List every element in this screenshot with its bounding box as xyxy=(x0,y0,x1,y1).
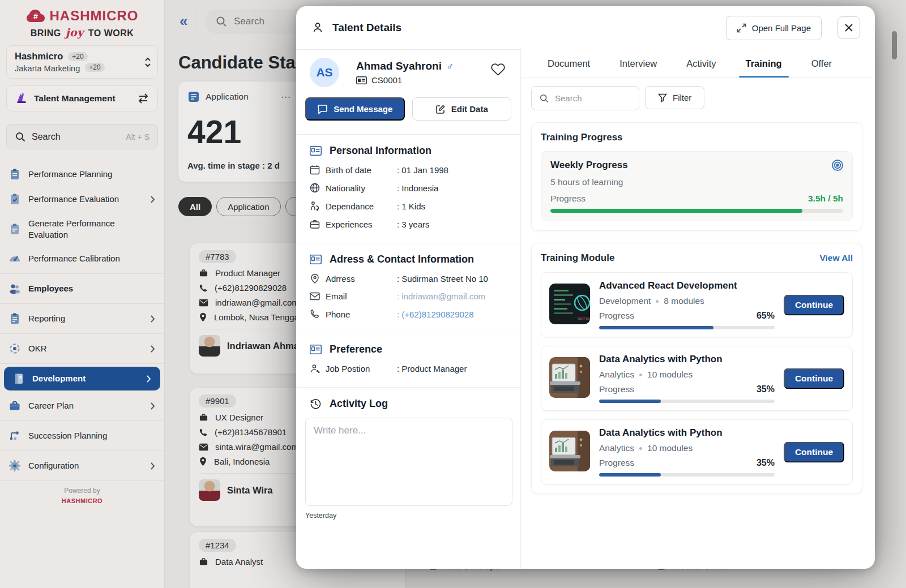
course-card: NEXT LVL Advanced React Development Deve… xyxy=(541,272,853,337)
sidebar-item-performance-calibration[interactable]: Performance Calibration xyxy=(0,246,164,271)
tab-document[interactable]: Document xyxy=(548,50,590,78)
sidebar-nav: Performance Planning Performance Evaluat… xyxy=(0,162,164,481)
org-branch-badge: +20 xyxy=(85,63,104,72)
brand-logo: # HASHMICRO BRING joy TO WORK xyxy=(0,8,164,38)
briefcase-icon xyxy=(199,268,208,278)
funnel-icon xyxy=(658,93,667,102)
history-clock-icon xyxy=(310,398,322,410)
employee-id: CS0001 xyxy=(371,75,402,85)
org-branch: Jakarta Marketing xyxy=(15,64,80,73)
svg-text:NEXT LVL: NEXT LVL xyxy=(578,317,590,320)
powered-by-label: Powered by xyxy=(0,487,164,495)
field-row: Birth of date : 01 Jan 1998 xyxy=(310,165,507,175)
continue-button[interactable]: Continue xyxy=(784,441,844,462)
swap-icon[interactable] xyxy=(137,93,149,104)
open-full-page-button[interactable]: Open Full Page xyxy=(726,16,822,40)
modal-title: Talent Details xyxy=(332,22,718,34)
sidebar-item-career-plan[interactable]: Career Plan xyxy=(0,393,164,418)
stat-card-value: 421 xyxy=(187,113,291,151)
phone-icon xyxy=(310,309,320,319)
filter-chip-application[interactable]: Application xyxy=(216,197,280,216)
sidebar-item-performance-evaluation[interactable]: Performance Evaluation xyxy=(0,187,164,212)
gear-icon xyxy=(8,460,21,472)
chevron-updown-icon[interactable] xyxy=(144,57,152,68)
org-selector[interactable]: Hashmicro +20 Jakarta Marketing +20 xyxy=(6,45,158,79)
email-link[interactable]: : indriawan@gmail.com xyxy=(397,291,485,301)
tab-interview[interactable]: Interview xyxy=(619,50,657,78)
course-modules: 10 modules xyxy=(647,370,693,380)
phone-link[interactable]: : (+62)81290829028 xyxy=(397,310,474,319)
favorite-heart-icon[interactable] xyxy=(490,62,506,76)
panel-search[interactable] xyxy=(531,86,639,110)
panel-search-input[interactable] xyxy=(555,93,623,103)
target-icon xyxy=(831,158,844,172)
chevron-right-icon xyxy=(150,195,155,204)
field-row: Phone : (+62)81290829028 xyxy=(310,309,507,319)
dependant-icon xyxy=(310,201,320,211)
section-title: Preference xyxy=(330,344,382,355)
training-module-title: Training Module xyxy=(541,252,819,264)
phone-icon xyxy=(199,284,208,293)
sidebar-item-performance-planning[interactable]: Performance Planning xyxy=(0,162,164,187)
module-selector[interactable]: Talent Management xyxy=(6,85,158,111)
candidate-phone: (+62)81345678901 xyxy=(215,427,287,437)
map-pin-icon xyxy=(199,457,207,466)
search-icon xyxy=(539,93,549,104)
org-company: Hashmicro xyxy=(15,51,63,62)
sidebar-item-employees[interactable]: Employees xyxy=(0,276,164,301)
application-stat-card: Application ⋯ 421 Avg. time in stage : 2… xyxy=(178,81,300,182)
edit-data-button[interactable]: Edit Data xyxy=(412,97,512,121)
tab-offer[interactable]: Offer xyxy=(811,50,832,78)
filter-button[interactable]: Filter xyxy=(645,86,704,109)
course-progress-bar xyxy=(599,400,775,403)
candidate-email: indriawan@gmail.com xyxy=(215,298,299,307)
collapse-sidebar-icon[interactable]: « xyxy=(180,12,187,30)
sidebar-item-okr[interactable]: OKR xyxy=(0,336,164,361)
briefcase-icon xyxy=(8,400,21,412)
section-title: Adress & Contact Information xyxy=(330,254,474,265)
id-badge-icon xyxy=(356,76,367,84)
candidate-location: Bali, Indonesia xyxy=(214,457,270,466)
close-button[interactable] xyxy=(837,16,860,39)
filter-chip-all[interactable]: All xyxy=(178,197,212,216)
divider xyxy=(0,333,164,334)
weekly-progress-title: Weekly Progress xyxy=(550,160,843,171)
sidebar-item-configuration[interactable]: Configuration xyxy=(0,453,164,478)
talent-management-icon xyxy=(15,92,28,105)
modal-header: Talent Details Open Full Page xyxy=(296,6,875,49)
person-icon xyxy=(311,21,324,35)
sidebar-item-development[interactable]: Development xyxy=(4,367,160,390)
scrollbar-thumb[interactable] xyxy=(892,31,897,59)
personal-information-section: Personal Information Birth of date : 01 … xyxy=(296,135,520,229)
continue-button[interactable]: Continue xyxy=(784,368,844,389)
dot-separator xyxy=(639,374,642,376)
application-stage-icon xyxy=(187,91,200,103)
field-row: Experiences : 3 years xyxy=(310,219,507,229)
course-percent: 35% xyxy=(757,458,775,468)
hashmicro-cloud-icon: # xyxy=(26,8,45,23)
divider xyxy=(0,363,164,364)
tab-training[interactable]: Training xyxy=(746,50,782,78)
expand-icon xyxy=(737,23,746,33)
sidebar-item-succession-planning[interactable]: Succession Planning xyxy=(0,423,164,448)
tab-activity[interactable]: Activity xyxy=(686,50,716,78)
id-card-icon xyxy=(310,146,322,156)
ellipsis-menu-icon[interactable]: ⋯ xyxy=(281,91,291,103)
divider xyxy=(0,303,164,304)
search-icon xyxy=(215,15,228,28)
sidebar-item-reporting[interactable]: Reporting xyxy=(0,306,164,331)
stat-card-subtitle: Avg. time in stage : 2 d xyxy=(187,161,291,170)
view-all-link[interactable]: View All xyxy=(819,253,853,263)
course-card: Data Analytics with Python Analytics 10 … xyxy=(541,419,853,484)
continue-button[interactable]: Continue xyxy=(784,294,844,315)
talent-profile-column: AS Ahmad Syahroni ♂ CS0001 xyxy=(296,50,521,569)
brand-tagline: BRING joy TO WORK xyxy=(0,26,164,38)
candidate-id-badge: #1234 xyxy=(199,539,236,552)
talent-details-modal: Talent Details Open Full Page AS Ahmad S… xyxy=(296,6,875,569)
chevron-right-icon xyxy=(150,462,155,470)
sidebar-search[interactable]: Search Alt + S xyxy=(6,124,158,149)
send-message-button[interactable]: Send Message xyxy=(305,97,405,121)
sidebar-item-generate-performance-evaluation[interactable]: Generate Performance Evaluation xyxy=(0,212,152,246)
activity-log-input[interactable] xyxy=(305,418,512,506)
map-pin-icon xyxy=(199,312,207,322)
